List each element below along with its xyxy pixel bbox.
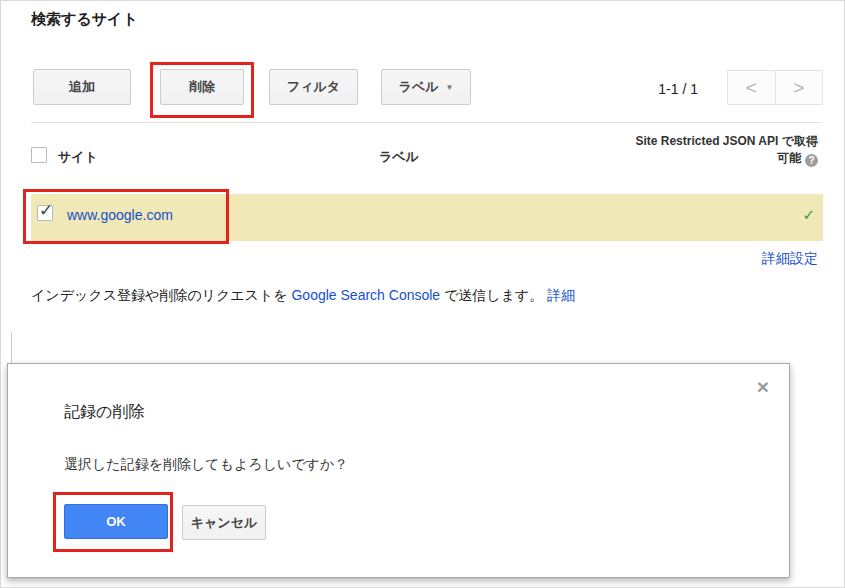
label-dropdown-button[interactable]: ラベル ▼ [381,69,471,105]
chevron-down-icon: ▼ [446,83,454,92]
index-request-note: インデックス登録や削除のリクエストを Google Search Console… [31,287,575,305]
column-header-api-line2: 可能 [777,151,801,165]
ok-button[interactable]: OK [64,504,168,539]
advanced-settings-link[interactable]: 詳細設定 [762,250,818,268]
dialog-title: 記録の削除 [64,402,144,423]
label-dropdown-text: ラベル [399,78,439,96]
chevron-right-icon: > [793,77,804,98]
chevron-left-icon: < [746,77,757,98]
delete-confirmation-dialog: × 記録の削除 選択した記録を削除してもよろしいですか？ OK キャンセル [7,363,790,578]
detail-link[interactable]: 詳細 [547,287,575,303]
cancel-button[interactable]: キャンセル [182,505,266,540]
next-page-button[interactable]: > [775,71,823,104]
select-all-checkbox[interactable] [31,147,47,163]
underlying-panel-edge [11,332,12,363]
dialog-message: 選択した記録を削除してもよろしいですか？ [64,456,348,474]
page-title: 検索するサイト [31,10,138,29]
filter-button[interactable]: フィルタ [269,69,358,105]
pager: < > [727,70,823,105]
annotation-box-ok: OK [53,492,173,552]
prev-page-button[interactable]: < [728,71,775,104]
note-text-after: で送信します。 [440,287,547,303]
help-icon[interactable]: ? [805,154,818,167]
annotation-box-row [23,189,229,244]
page-frame: 検索するサイト 追加 削除 フィルタ ラベル ▼ 1-1 / 1 < > サイト… [0,0,845,588]
column-header-api-line1: Site Restricted JSON API で取得 [635,134,818,148]
delete-button[interactable]: 削除 [160,69,244,105]
toolbar-divider [31,122,822,123]
annotation-box-delete: 削除 [150,62,254,118]
close-icon[interactable]: × [757,376,769,397]
column-header-site: サイト [58,148,98,166]
search-console-link[interactable]: Google Search Console [291,287,440,303]
note-text-before: インデックス登録や削除のリクエストを [31,287,291,303]
column-header-label: ラベル [379,148,419,166]
add-button[interactable]: 追加 [33,69,131,105]
api-available-check-icon: ✓ [802,206,815,224]
pagination-range: 1-1 / 1 [561,81,698,97]
column-header-api: Site Restricted JSON API で取得 可能? [518,133,818,167]
